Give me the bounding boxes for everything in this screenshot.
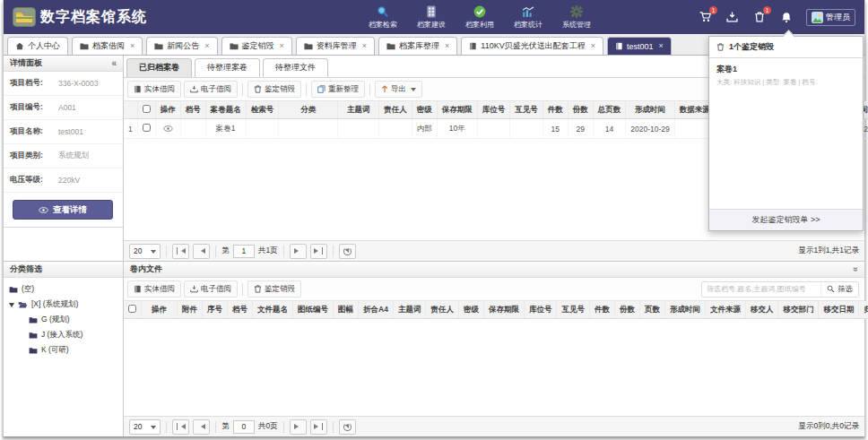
file-filter-input[interactable] [702,285,820,293]
tab-test001[interactable]: test001 [607,37,672,55]
user-menu[interactable]: 管理员 [806,9,855,26]
download-icon [190,85,198,93]
nav-archive-search[interactable]: 档案检索 [369,5,397,30]
tab-news-announce[interactable]: 新闻公告 [146,37,217,55]
rearrange-button[interactable]: 重新整理 [311,81,365,98]
building-grid-icon [425,5,438,19]
electronic-borrow-button[interactable]: 电子借阅 [184,81,238,98]
select-all-header [124,301,142,319]
row-number-header [124,101,137,119]
select-all-checkbox[interactable] [143,105,151,113]
grid-empty-space [124,319,864,416]
header-actions: 1 1 管理员 [699,9,855,26]
folder-icon [304,42,313,50]
tab-personal-center[interactable]: 个人中心 [7,37,68,55]
close-icon[interactable] [204,42,209,50]
collapse-down-icon[interactable] [851,267,861,272]
destroy-list-button[interactable]: 1 [752,11,766,23]
popup-header: 1个鉴定销毁 [709,37,863,58]
next-page-button[interactable] [290,419,307,435]
next-page-button[interactable] [290,244,307,259]
popup-list-item[interactable]: 案卷1 大类: 科技知识 | 类型: 案卷 | 档号: [709,58,863,92]
first-page-button[interactable] [172,419,189,435]
close-icon[interactable] [658,42,663,50]
physical-borrow-button[interactable]: 实体借阅 [127,81,181,98]
page-number-input[interactable] [233,420,255,434]
first-page-button[interactable] [172,244,189,259]
subtab-pending-volumes[interactable]: 待整理案卷 [195,58,260,77]
chevron-down-icon [411,88,416,94]
close-icon[interactable] [445,42,449,50]
prev-page-button[interactable] [193,419,210,435]
sidebar: 详情面板 项目档号: 336-X-0003 项目编号: A001 项目名称: t… [4,56,124,436]
close-icon[interactable] [130,42,135,50]
refresh-button[interactable] [339,419,356,435]
cart-badge: 1 [709,6,717,14]
prev-page-button[interactable] [193,244,210,259]
tab-project-110kv[interactable]: 110KV贝盛光伏送出配套工程 [461,37,603,55]
copy-pages-icon [317,85,326,93]
appraisal-destroy-button[interactable]: 鉴定销毁 [247,81,301,98]
last-page-button[interactable] [310,244,327,259]
subtab-archived-volumes[interactable]: 已归档案卷 [126,58,192,77]
page-prefix-label: 第 [221,421,230,432]
last-page-button[interactable] [310,419,327,435]
filter-button[interactable]: 筛选 [820,282,858,297]
folder-icon [230,42,239,50]
cart-icon [699,12,712,22]
appraisal-destroy-button[interactable]: 鉴定销毁 [247,280,301,298]
select-all-checkbox[interactable] [128,305,136,313]
notifications-button[interactable] [779,11,793,23]
eye-icon [163,125,173,132]
close-icon[interactable] [280,42,284,50]
export-button[interactable]: 导出 [375,81,422,98]
toolbar-divider [369,83,370,96]
tab-appraisal-destroy[interactable]: 鉴定销毁 [221,37,292,55]
tree-node-x-system-plan[interactable]: [X] (系统规划) [5,297,121,312]
field-voltage-level: 电压等级: 220kV [4,168,123,193]
tab-repository-manage[interactable]: 资料库管理 [296,37,375,55]
inner-files-title: 卷内文件 [130,263,162,275]
view-details-button[interactable]: 查看详情 [13,200,113,220]
subtab-pending-files[interactable]: 待整理文件 [263,58,328,77]
tree-node-k-feasibility[interactable]: K (可研) [5,342,121,358]
home-icon [15,42,24,50]
nav-archive-use[interactable]: 档案利用 [465,5,494,30]
folder-icon [386,42,395,50]
tab-archive-arrange[interactable]: 档案库整理 [378,37,457,55]
inner-files-section: 卷内文件 实体借阅 电子借阅 鉴定销毁 [124,262,864,436]
page-total-label: 共0页 [258,421,278,432]
page-size-select[interactable]: 20 [129,419,161,435]
tree-node-empty[interactable]: (空) [5,281,121,297]
close-icon[interactable] [591,42,595,50]
row-view-action[interactable] [155,119,180,139]
nav-archive-build[interactable]: 档案建设 [417,5,446,30]
refresh-button[interactable] [339,244,356,259]
archive-folder-logo-icon [13,7,36,27]
gear-icon [570,5,584,19]
row-checkbox[interactable] [143,124,151,132]
close-icon[interactable] [362,42,367,50]
nav-system-manage[interactable]: 系统管理 [562,5,591,30]
nav-archive-stats[interactable]: 档案统计 [514,5,542,30]
book-icon [134,85,142,93]
download-center-button[interactable] [725,11,739,23]
refresh-icon [343,423,352,431]
page-number-input[interactable] [233,245,255,258]
electronic-borrow-button[interactable]: 电子借阅 [184,280,238,298]
initiate-destroy-order-button[interactable]: 发起鉴定销毁单 >> [709,209,863,230]
eye-icon [39,207,48,213]
tree-expanded-caret-icon[interactable] [9,303,14,310]
page-size-select[interactable]: 20 [129,244,161,259]
trash-icon [254,85,262,93]
collapse-left-icon[interactable] [111,58,117,68]
physical-borrow-button[interactable]: 实体借阅 [127,280,181,298]
tab-archive-borrow[interactable]: 档案借阅 [72,37,143,55]
borrow-cart-button[interactable]: 1 [699,11,712,23]
details-panel-header: 详情面板 [4,56,123,72]
volumes-pagination: 20 第 共1页 显示1到1,共1记录 [124,240,864,261]
tree-node-g-plan[interactable]: G (规划) [5,312,121,327]
chevron-down-icon [151,426,156,432]
tree-node-j-access-system[interactable]: J (接入系统) [5,327,121,342]
check-circle-icon [473,5,487,19]
